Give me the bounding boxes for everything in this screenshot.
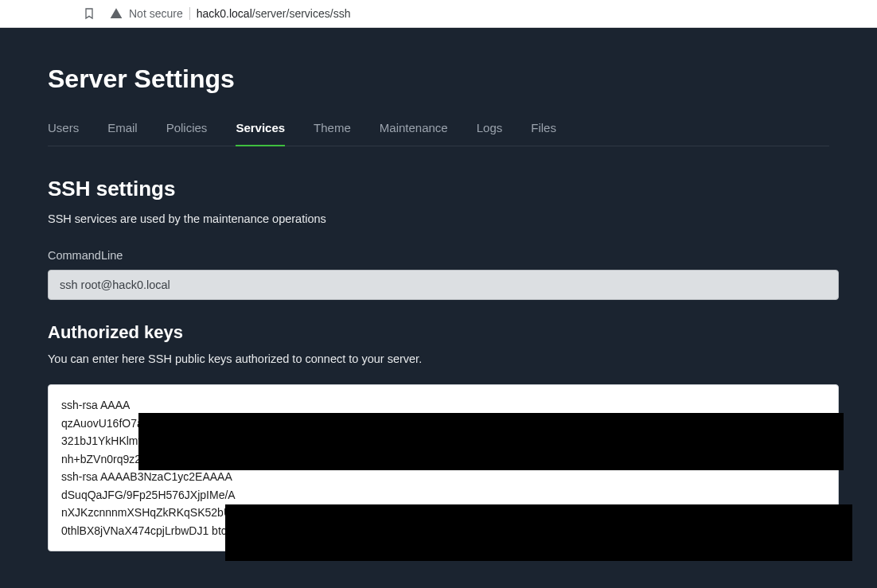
commandline-input[interactable] [48, 270, 839, 300]
tab-users[interactable]: Users [48, 121, 79, 146]
page-title: Server Settings [48, 64, 829, 94]
tabs-bar: Users Email Policies Services Theme Main… [48, 121, 829, 146]
tab-logs[interactable]: Logs [477, 121, 503, 146]
redaction-block [225, 504, 852, 561]
section-heading-authkeys: Authorized keys [48, 322, 829, 343]
redaction-block [138, 413, 844, 470]
security-label: Not secure [129, 7, 183, 20]
section-heading-ssh: SSH settings [48, 177, 829, 201]
warning-icon [110, 7, 123, 20]
tab-maintenance[interactable]: Maintenance [380, 121, 448, 146]
commandline-label: CommandLine [48, 249, 829, 262]
tab-email[interactable]: Email [107, 121, 138, 146]
divider [189, 7, 190, 20]
url-display[interactable]: hack0.local/server/services/ssh [197, 7, 351, 20]
authorized-keys-textarea[interactable]: ssh-rsa AAAA [48, 384, 839, 551]
tab-files[interactable]: Files [531, 121, 556, 146]
tab-theme[interactable]: Theme [314, 121, 351, 146]
tab-services[interactable]: Services [236, 121, 285, 146]
bookmark-icon[interactable] [83, 7, 95, 20]
section-description-authkeys: You can enter here SSH public keys autho… [48, 352, 829, 365]
section-description-ssh: SSH services are used by the maintenance… [48, 212, 829, 225]
tab-policies[interactable]: Policies [166, 121, 208, 146]
